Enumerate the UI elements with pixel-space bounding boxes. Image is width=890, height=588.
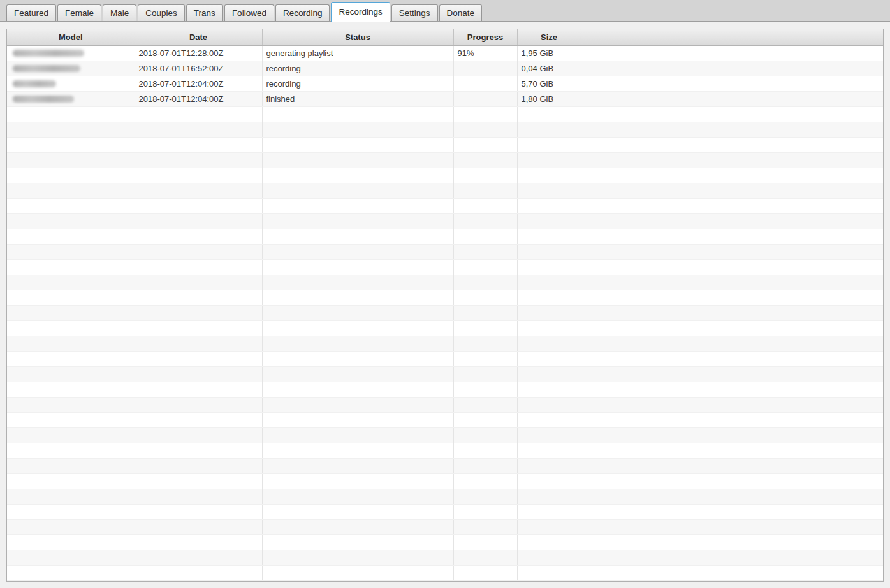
cell-progress[interactable]	[453, 213, 517, 229]
cell-date[interactable]	[135, 443, 262, 458]
cell-size[interactable]: 1,95 GiB	[517, 45, 581, 61]
cell-filler[interactable]	[581, 397, 883, 412]
cell-filler[interactable]	[581, 275, 883, 290]
cell-date[interactable]	[135, 198, 262, 213]
cell-model[interactable]	[7, 61, 135, 76]
cell-progress[interactable]	[453, 76, 517, 91]
cell-progress[interactable]	[453, 366, 517, 382]
empty-table-row[interactable]	[7, 183, 883, 198]
cell-date[interactable]	[135, 351, 262, 366]
cell-progress[interactable]	[453, 336, 517, 351]
tab-donate[interactable]: Donate	[439, 4, 483, 21]
cell-status[interactable]	[262, 519, 453, 534]
cell-date[interactable]	[135, 382, 262, 397]
cell-progress[interactable]	[453, 168, 517, 183]
cell-model[interactable]	[7, 366, 135, 382]
cell-size[interactable]	[517, 259, 581, 275]
cell-date[interactable]: 2018-07-01T16:52:00Z	[135, 61, 262, 76]
cell-size[interactable]	[517, 229, 581, 244]
cell-size[interactable]	[517, 290, 581, 305]
empty-table-row[interactable]	[7, 351, 883, 366]
cell-model[interactable]	[7, 168, 135, 183]
cell-filler[interactable]	[581, 91, 883, 106]
cell-model[interactable]	[7, 275, 135, 290]
cell-date[interactable]	[135, 168, 262, 183]
empty-table-row[interactable]	[7, 168, 883, 183]
cell-status[interactable]	[262, 320, 453, 336]
cell-status[interactable]	[262, 351, 453, 366]
cell-model[interactable]	[7, 550, 135, 565]
cell-size[interactable]	[517, 427, 581, 443]
tab-featured[interactable]: Featured	[6, 4, 56, 21]
cell-size[interactable]	[517, 550, 581, 565]
cell-filler[interactable]	[581, 137, 883, 152]
cell-model[interactable]	[7, 427, 135, 443]
cell-filler[interactable]	[581, 122, 883, 137]
empty-table-row[interactable]	[7, 382, 883, 397]
cell-status[interactable]: finished	[262, 91, 453, 106]
cell-progress[interactable]	[453, 275, 517, 290]
cell-progress[interactable]	[453, 427, 517, 443]
cell-size[interactable]	[517, 351, 581, 366]
cell-progress[interactable]	[453, 351, 517, 366]
cell-model[interactable]	[7, 76, 135, 91]
cell-date[interactable]	[135, 336, 262, 351]
cell-filler[interactable]	[581, 229, 883, 244]
cell-filler[interactable]	[581, 351, 883, 366]
cell-progress[interactable]	[453, 473, 517, 489]
cell-progress[interactable]	[453, 152, 517, 168]
cell-status[interactable]	[262, 366, 453, 382]
cell-size[interactable]	[517, 565, 581, 580]
cell-filler[interactable]	[581, 244, 883, 259]
cell-status[interactable]	[262, 152, 453, 168]
cell-model[interactable]	[7, 106, 135, 122]
cell-filler[interactable]	[581, 152, 883, 168]
cell-size[interactable]	[517, 122, 581, 137]
cell-model[interactable]	[7, 137, 135, 152]
cell-progress[interactable]	[453, 458, 517, 473]
cell-size[interactable]	[517, 320, 581, 336]
cell-size[interactable]	[517, 412, 581, 427]
empty-table-row[interactable]	[7, 290, 883, 305]
cell-model[interactable]	[7, 183, 135, 198]
cell-progress[interactable]	[453, 183, 517, 198]
cell-model[interactable]	[7, 305, 135, 320]
cell-status[interactable]	[262, 106, 453, 122]
table-row[interactable]: 2018-07-01T12:28:00Zgenerating playlist9…	[7, 45, 883, 61]
cell-progress[interactable]	[453, 489, 517, 504]
cell-filler[interactable]	[581, 473, 883, 489]
cell-progress[interactable]	[453, 198, 517, 213]
cell-date[interactable]	[135, 152, 262, 168]
cell-progress[interactable]	[453, 550, 517, 565]
table-row[interactable]: 2018-07-01T16:52:00Zrecording0,04 GiB	[7, 61, 883, 76]
cell-size[interactable]	[517, 275, 581, 290]
empty-table-row[interactable]	[7, 275, 883, 290]
cell-progress[interactable]	[453, 137, 517, 152]
cell-date[interactable]	[135, 550, 262, 565]
cell-progress[interactable]	[453, 305, 517, 320]
cell-filler[interactable]	[581, 168, 883, 183]
table-row[interactable]: 2018-07-01T12:04:00Zrecording5,70 GiB	[7, 76, 883, 91]
cell-size[interactable]	[517, 473, 581, 489]
cell-date[interactable]	[135, 244, 262, 259]
cell-date[interactable]	[135, 106, 262, 122]
cell-filler[interactable]	[581, 213, 883, 229]
cell-status[interactable]	[262, 473, 453, 489]
cell-date[interactable]	[135, 183, 262, 198]
column-header-date[interactable]: Date	[135, 29, 262, 45]
cell-date[interactable]	[135, 565, 262, 580]
cell-model[interactable]	[7, 45, 135, 61]
empty-table-row[interactable]	[7, 473, 883, 489]
cell-status[interactable]	[262, 565, 453, 580]
table-row[interactable]: 2018-07-01T12:04:00Zfinished1,80 GiB	[7, 91, 883, 106]
cell-filler[interactable]	[581, 61, 883, 76]
cell-status[interactable]	[262, 504, 453, 519]
column-header-status[interactable]: Status	[262, 29, 453, 45]
cell-size[interactable]	[517, 366, 581, 382]
cell-date[interactable]	[135, 259, 262, 275]
cell-size[interactable]	[517, 137, 581, 152]
cell-progress[interactable]	[453, 91, 517, 106]
cell-model[interactable]	[7, 259, 135, 275]
cell-status[interactable]	[262, 382, 453, 397]
empty-table-row[interactable]	[7, 137, 883, 152]
